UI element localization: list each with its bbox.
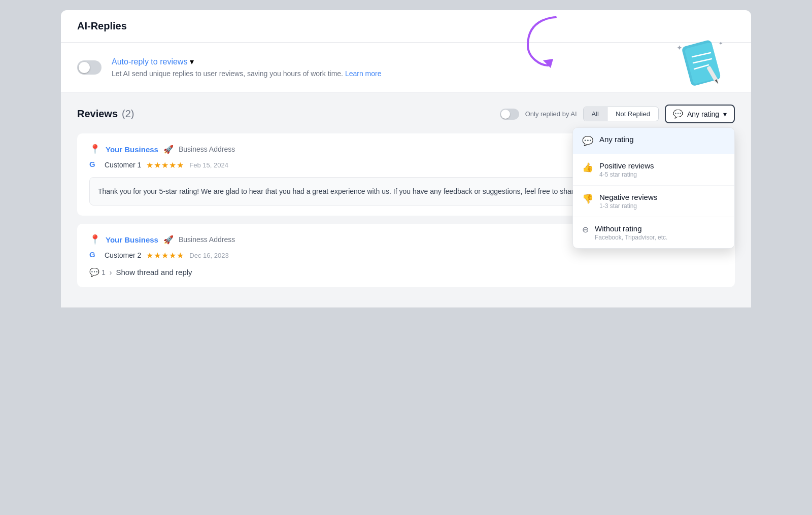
review-2-stars: ★★★★★ (146, 251, 184, 260)
filter-all-btn[interactable]: All (584, 107, 607, 121)
negative-icon: 👎 (582, 193, 593, 204)
without-rating-icon: ⊖ (582, 225, 589, 234)
ai-reply-filter-toggle[interactable] (500, 109, 519, 120)
rating-dropdown-menu: 💬 Any rating 👍 Positive reviews 4-5 star… (572, 127, 735, 249)
toggle-knob (79, 62, 90, 73)
positive-title: Positive reviews (599, 161, 654, 170)
any-rating-title: Any rating (599, 135, 634, 144)
google-icon-2: G (89, 250, 99, 260)
review-2-address: Business Address (179, 235, 235, 244)
illustration-area: ✦ ✦ (674, 38, 735, 98)
review-2-business-name: Your Business (106, 235, 158, 244)
auto-reply-description: Let AI send unique replies to user revie… (112, 70, 735, 78)
auto-reply-toggle[interactable] (77, 60, 101, 75)
review-2-meta-row: G Customer 2 ★★★★★ Dec 16, 2023 (89, 250, 723, 260)
review-1-stars: ★★★★★ (146, 160, 184, 170)
dropdown-item-negative[interactable]: 👎 Negative reviews 1-3 star rating (573, 186, 734, 217)
ai-replies-title: AI-Replies (77, 20, 127, 31)
dropdown-item-without-rating[interactable]: ⊖ Without rating Facebook, Tripadvisor, … (573, 217, 734, 248)
auto-reply-desc-text: Let AI send unique replies to user revie… (112, 70, 343, 78)
review-2-date: Dec 16, 2023 (189, 252, 228, 259)
thread-count: 1 (101, 268, 106, 277)
auto-reply-text-area: Auto-reply to reviews ▾ Let AI send uniq… (112, 57, 735, 78)
svg-text:✦: ✦ (719, 41, 723, 46)
reviews-section: Reviews (2) Only replied by AI All Not R… (61, 92, 751, 307)
location-icon-1: 📍 (89, 144, 100, 155)
reviews-title-text: Reviews (77, 108, 118, 120)
thread-count-badge: 💬 1 (89, 267, 106, 277)
ai-replies-header: AI-Replies (61, 10, 751, 43)
review-2-customer: Customer 2 (105, 251, 141, 259)
rating-dropdown-label: Any rating (687, 110, 719, 118)
review-1-customer: Customer 1 (105, 161, 141, 169)
reviews-header: Reviews (2) Only replied by AI All Not R… (77, 105, 735, 123)
review-1-address: Business Address (179, 145, 235, 153)
google-icon-1: G (89, 160, 99, 170)
rating-chevron-icon: ▾ (723, 110, 727, 118)
reviews-count: (2) (122, 108, 134, 120)
negative-subtitle: 1-3 star rating (599, 202, 657, 210)
rating-btn-wrapper: 💬 Any rating ▾ 💬 Any rating (665, 105, 735, 123)
review-1-business-name: Your Business (106, 145, 158, 154)
reviews-filters: Only replied by AI All Not Replied 💬 Any… (500, 105, 735, 123)
without-rating-subtitle: Facebook, Tripadvisor, etc. (595, 234, 667, 241)
ai-toggle-knob (501, 110, 510, 119)
learn-more-link[interactable]: Learn more (345, 70, 382, 78)
thread-chevron-icon: › (110, 268, 112, 277)
show-thread-row: 💬 1 › Show thread and reply (89, 267, 723, 277)
negative-title: Negative reviews (599, 193, 657, 201)
chat-icon: 💬 (673, 109, 683, 119)
review-1-emoji: 🚀 (163, 145, 174, 154)
review-2-emoji: 🚀 (163, 235, 174, 245)
auto-reply-section: Auto-reply to reviews ▾ Let AI send uniq… (61, 43, 751, 92)
phone-illustration-icon: ✦ ✦ (674, 38, 730, 93)
purple-arrow-icon (523, 12, 563, 75)
without-rating-title: Without rating (595, 224, 667, 233)
main-container: AI-Replies Auto-reply to reviews ▾ Let A… (61, 10, 751, 307)
location-icon-2: 📍 (89, 234, 100, 245)
ai-toggle-label: Only replied by AI (525, 110, 577, 118)
positive-subtitle: 4-5 star rating (599, 171, 654, 178)
thread-chat-icon: 💬 (89, 267, 99, 277)
filter-not-replied-btn[interactable]: Not Replied (607, 107, 658, 121)
review-1-date: Feb 15, 2024 (189, 161, 228, 169)
svg-marker-9 (543, 59, 553, 68)
rating-dropdown-btn[interactable]: 💬 Any rating ▾ (665, 105, 735, 123)
dropdown-item-positive[interactable]: 👍 Positive reviews 4-5 star rating (573, 154, 734, 186)
svg-text:✦: ✦ (676, 44, 683, 52)
dropdown-chevron-icon: ▾ (190, 57, 194, 66)
auto-reply-link[interactable]: Auto-reply to reviews (112, 57, 187, 66)
any-rating-icon: 💬 (582, 135, 593, 147)
show-thread-link[interactable]: Show thread and reply (116, 268, 192, 277)
dropdown-item-any-rating[interactable]: 💬 Any rating (573, 128, 734, 154)
reviews-title: Reviews (2) (77, 108, 134, 120)
positive-icon: 👍 (582, 162, 593, 173)
filter-btn-group: All Not Replied (583, 107, 659, 121)
